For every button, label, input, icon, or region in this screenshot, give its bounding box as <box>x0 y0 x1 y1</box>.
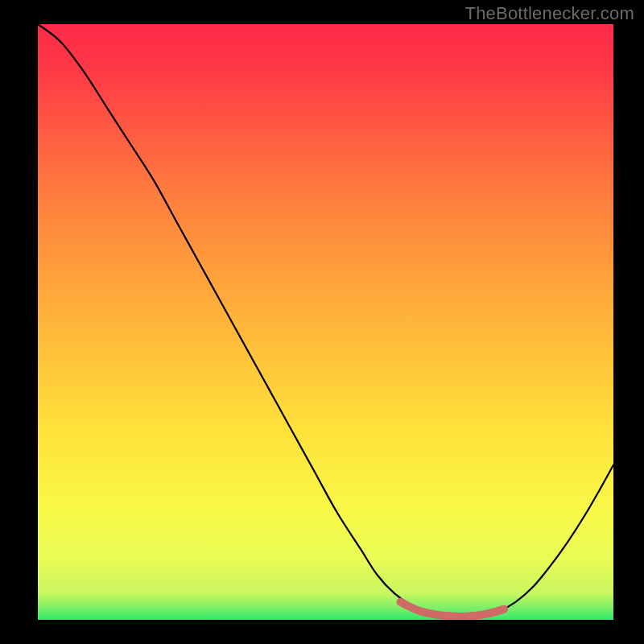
watermark-text: TheBottlenecker.com <box>465 3 634 24</box>
chart-frame: TheBottlenecker.com <box>0 0 644 644</box>
gradient-background <box>38 24 613 620</box>
plot-svg <box>38 24 613 620</box>
bottleneck-plot <box>38 24 613 620</box>
